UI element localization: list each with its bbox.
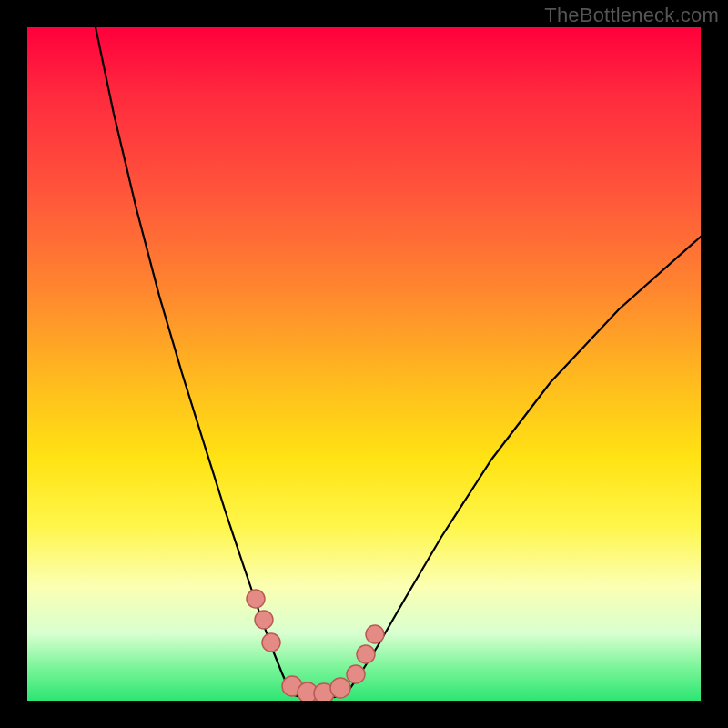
data-marker [366, 625, 384, 643]
data-marker [330, 678, 350, 698]
data-marker [357, 645, 375, 663]
data-marker [262, 633, 280, 652]
chart-frame: TheBottleneck.com [0, 0, 728, 728]
plot-area [27, 27, 701, 701]
chart-svg [27, 27, 701, 701]
curve-right-branch [346, 237, 701, 694]
data-marker [347, 665, 365, 683]
data-markers [247, 590, 384, 701]
data-marker [247, 590, 265, 608]
data-marker [255, 611, 273, 629]
watermark-text: TheBottleneck.com [544, 4, 719, 27]
